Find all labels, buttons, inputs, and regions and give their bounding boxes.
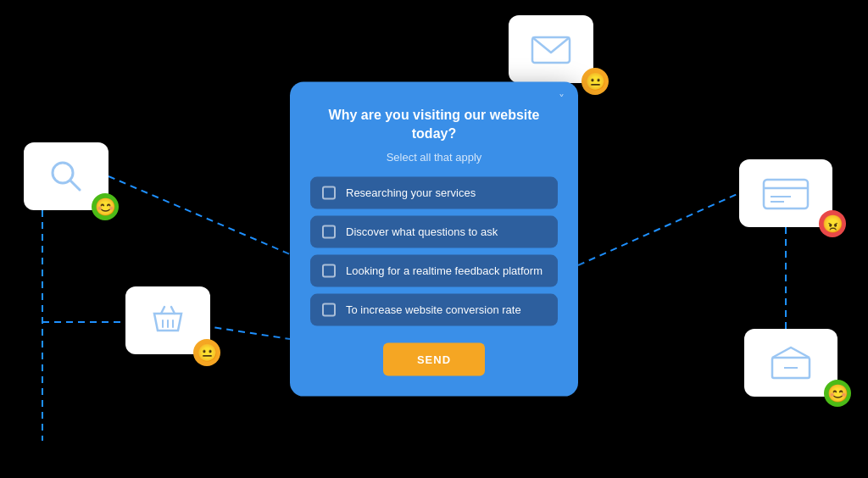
option-label-2: Discover what questions to ask <box>346 225 498 238</box>
survey-widget: ˅ Why are you visiting our website today… <box>290 82 578 397</box>
survey-title: Why are you visiting our website today? <box>310 106 558 144</box>
option-checkbox-2[interactable] <box>322 225 336 238</box>
survey-subtitle: Select all that apply <box>310 150 558 163</box>
option-item[interactable]: Looking for a realtime feedback platform <box>310 254 558 286</box>
email-card <box>509 15 593 83</box>
option-label-1: Researching your services <box>346 186 476 199</box>
survey-header: Why are you visiting our website today? … <box>310 106 558 164</box>
option-list: Researching your services Discover what … <box>310 176 558 325</box>
credit-card <box>739 159 832 227</box>
emoji-email: 😐 <box>581 68 609 95</box>
option-label-3: Looking for a realtime feedback platform <box>346 264 542 277</box>
box-card <box>744 329 837 397</box>
emoji-credit: 😠 <box>819 210 846 237</box>
send-button[interactable]: SEND <box>383 342 485 375</box>
svg-line-3 <box>578 193 739 265</box>
option-item[interactable]: Researching your services <box>310 176 558 208</box>
option-item[interactable]: Discover what questions to ask <box>310 215 558 247</box>
svg-line-0 <box>108 176 290 254</box>
option-checkbox-3[interactable] <box>322 264 336 277</box>
emoji-basket: 😐 <box>193 339 220 366</box>
svg-line-9 <box>70 181 80 190</box>
chevron-down-icon[interactable]: ˅ <box>559 92 565 106</box>
option-checkbox-4[interactable] <box>322 303 336 316</box>
emoji-search: 😊 <box>92 193 119 220</box>
svg-rect-14 <box>764 180 808 208</box>
option-item[interactable]: To increase website conversion rate <box>310 293 558 325</box>
option-label-4: To increase website conversion rate <box>346 303 521 316</box>
option-checkbox-1[interactable] <box>322 186 336 199</box>
emoji-box: 😊 <box>824 380 851 407</box>
